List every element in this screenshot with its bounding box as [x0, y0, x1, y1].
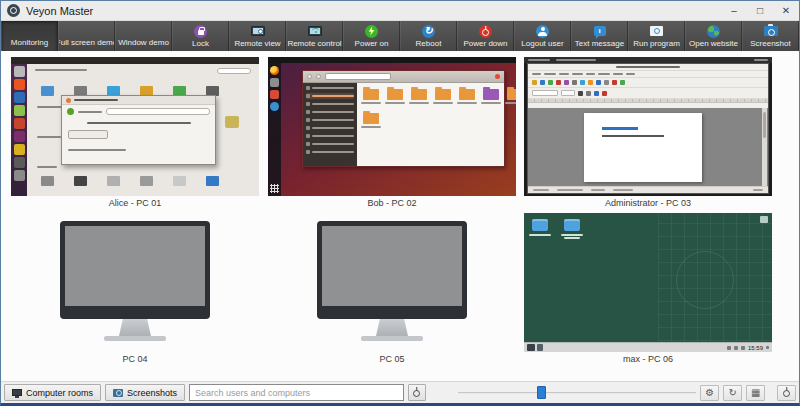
folder-icon — [564, 219, 580, 231]
toolbar-button-reboot[interactable]: ↻ Reboot — [400, 21, 457, 51]
computer-rooms-button[interactable]: Computer rooms — [4, 384, 101, 401]
toolbar-button-power-on[interactable]: Power on — [343, 21, 400, 51]
computer-tile-pc05[interactable]: PC 05 — [268, 213, 516, 365]
monitoring-tiles-icon — [23, 26, 37, 37]
main-toolbar: Monitoring Full screen demo Window demo … — [1, 21, 799, 51]
toolbar-button-remote-view[interactable]: Remote view — [229, 21, 286, 51]
window-title: Veyon Master — [26, 5, 93, 17]
auto-adjust-size-button[interactable]: ⚙ — [700, 385, 719, 401]
power-state-icon — [783, 390, 790, 397]
power-down-icon — [479, 25, 492, 38]
computer-label: PC 05 — [268, 354, 516, 365]
toolbar-button-lock[interactable]: Lock — [172, 21, 229, 51]
computer-tile-pc06[interactable]: 15:59 max - PC 06 — [524, 213, 772, 365]
reload-arrangement-icon: ↻ — [729, 387, 737, 398]
computer-label: Bob - PC 02 — [268, 198, 516, 209]
files-window — [302, 70, 505, 167]
toolbar-button-power-down[interactable]: Power down — [457, 21, 514, 51]
gnome-dock — [268, 63, 281, 196]
icon-size-slider[interactable] — [458, 384, 697, 401]
custom-arrangement-button[interactable]: ↻ — [723, 385, 742, 401]
reboot-icon: ↻ — [422, 25, 435, 38]
computer-label: PC 04 — [11, 354, 259, 365]
text-message-icon: i — [594, 26, 606, 36]
toolbar-button-window-demo[interactable]: Window demo — [115, 21, 172, 51]
lock-icon — [194, 25, 207, 38]
slider-groove — [458, 392, 697, 394]
folder-icon — [532, 219, 548, 231]
zoom-slider-handle[interactable] — [537, 386, 546, 399]
fullscreen-demo-tiles-icon — [80, 26, 94, 37]
toolbar-button-fullscreen-demo[interactable]: Full screen demo — [58, 21, 115, 51]
computer-label: max - PC 06 — [524, 354, 772, 365]
screenshot-icon — [764, 26, 778, 36]
close-button[interactable]: ✕ — [773, 1, 799, 20]
powered-on-filter-button[interactable] — [408, 384, 426, 401]
kde-taskbar: 15:59 — [524, 342, 772, 352]
remote-view-icon — [251, 26, 265, 36]
title-bar: Veyon Master – □ ✕ — [1, 1, 799, 21]
computer-tile-pc02[interactable]: Bob - PC 02 — [268, 57, 516, 209]
computer-tile-pc04[interactable]: PC 04 — [11, 213, 259, 365]
minimize-button[interactable]: – — [721, 1, 747, 20]
toolbar-button-run-program[interactable]: Run program — [628, 21, 685, 51]
toolbar-button-remote-control[interactable]: Remote control — [286, 21, 343, 51]
computer-tile-pc01[interactable]: Alice - PC 01 — [11, 57, 259, 209]
offline-monitor-icon — [268, 213, 516, 352]
pc02-screen-thumbnail[interactable] — [268, 57, 516, 196]
pc01-screen-thumbnail[interactable] — [11, 57, 259, 196]
computer-rooms-icon — [12, 389, 22, 396]
offline-monitor-icon — [11, 213, 259, 352]
writer-document-area — [528, 108, 768, 186]
unity-launcher — [11, 64, 27, 196]
computer-tile-pc03[interactable]: Administrator - PC 03 — [524, 57, 772, 209]
veyon-app-icon — [7, 4, 20, 17]
logout-user-icon — [536, 25, 549, 38]
taskbar-clock: 15:59 — [748, 345, 763, 351]
power-on-icon — [365, 25, 378, 38]
run-program-icon — [650, 26, 663, 36]
folder-grid — [357, 83, 504, 166]
power-filter-icon — [413, 390, 420, 397]
align-grid-icon: ▦ — [751, 387, 760, 398]
align-grid-button[interactable]: ▦ — [746, 385, 765, 401]
maximize-button[interactable]: □ — [747, 1, 773, 20]
toolbar-button-open-website[interactable]: Open website — [685, 21, 742, 51]
pc03-screen-thumbnail[interactable] — [524, 57, 772, 196]
computer-monitoring-grid: Alice - PC 01 — [1, 51, 799, 381]
power-state-button[interactable] — [777, 385, 796, 401]
open-website-icon — [707, 25, 720, 38]
veyon-master-window: Veyon Master – □ ✕ Monitoring Full scree… — [0, 0, 800, 406]
screenshots-icon — [113, 389, 123, 397]
screenshots-button[interactable]: Screenshots — [105, 384, 185, 401]
gear-icon: ⚙ — [705, 387, 714, 398]
toolbar-button-logout-user[interactable]: Logout user — [514, 21, 571, 51]
computer-label: Administrator - PC 03 — [524, 198, 772, 209]
status-bar: Computer rooms Screenshots ⚙ ↻ ▦ — [1, 381, 799, 403]
toolbar-button-screenshot[interactable]: Screenshot — [742, 21, 799, 51]
toolbar-button-text-message[interactable]: i Text message — [571, 21, 628, 51]
toolbar-button-monitoring[interactable]: Monitoring — [1, 21, 58, 51]
computer-label: Alice - PC 01 — [11, 198, 259, 209]
window-demo-tiles-icon — [137, 26, 151, 37]
desktop-widget-icon — [760, 216, 768, 223]
search-input[interactable] — [189, 384, 404, 401]
libreoffice-writer-window — [527, 63, 769, 194]
remote-control-icon — [308, 26, 322, 36]
printer-dialog — [61, 95, 216, 165]
pc06-screen-thumbnail[interactable]: 15:59 — [524, 213, 772, 352]
